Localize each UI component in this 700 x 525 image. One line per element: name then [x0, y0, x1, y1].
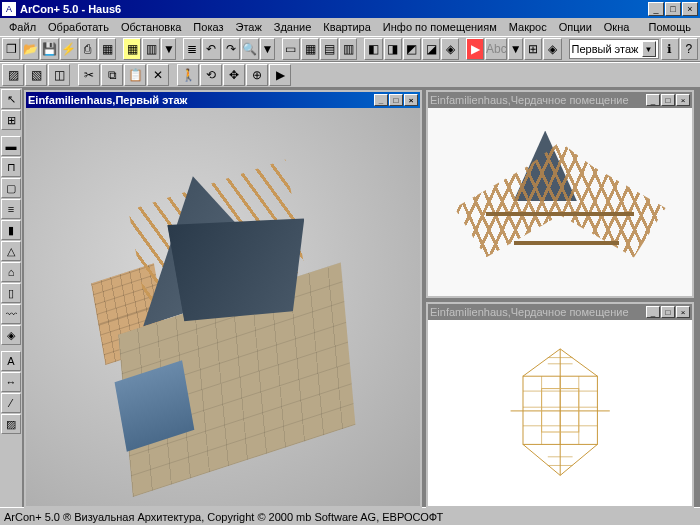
printpreview-button[interactable]: ▦ [98, 38, 116, 60]
child-titlebar-main[interactable]: Einfamilienhaus,Первый этаж _ □ × [26, 92, 420, 108]
menu-furnish[interactable]: Обстановка [116, 20, 186, 34]
child-min-main[interactable]: _ [374, 94, 388, 106]
help-button[interactable]: ℹ [661, 38, 679, 60]
view-1[interactable]: ▭ [282, 38, 300, 60]
iso-5[interactable]: ◈ [441, 38, 459, 60]
play-button[interactable]: ▶ [269, 64, 291, 86]
delete-button[interactable]: ✕ [147, 64, 169, 86]
toggle-a-button[interactable]: ▦ [123, 38, 141, 60]
view-4[interactable]: ▥ [339, 38, 357, 60]
menu-apartment[interactable]: Квартира [318, 20, 376, 34]
child-window-attic3d[interactable]: Einfamilienhaus,Чердачное помещение _ □ … [426, 90, 694, 298]
menu-macro[interactable]: Макрос [504, 20, 552, 34]
column-tool[interactable]: ▮ [1, 220, 21, 240]
walk-button[interactable]: 🚶 [177, 64, 199, 86]
app-icon: A [2, 2, 16, 16]
menu-file[interactable]: Файл [4, 20, 41, 34]
cursor-tool[interactable]: ↖ [1, 89, 21, 109]
iso-4[interactable]: ◪ [422, 38, 440, 60]
tool-y[interactable]: ◈ [543, 38, 561, 60]
toolbar-main: ❐ 📂 💾 ⚡ ⎙ ▦ ▦ ▥ ▼ ≣ ↶ ↷ 🔍 ▼ ▭ ▦ ▤ ▥ ◧ ◨ … [0, 36, 700, 62]
print-button[interactable]: ⎙ [79, 38, 97, 60]
child-titlebar-atticplan[interactable]: Einfamilienhaus,Чердачное помещение _ □ … [428, 304, 692, 320]
text-tool[interactable]: A [1, 351, 21, 371]
roof-tool[interactable]: △ [1, 241, 21, 261]
view-2[interactable]: ▦ [301, 38, 319, 60]
child-titlebar-attic3d[interactable]: Einfamilienhaus,Чердачное помещение _ □ … [428, 92, 692, 108]
t2-b[interactable]: ▧ [25, 64, 47, 86]
iso-1[interactable]: ◧ [364, 38, 382, 60]
menu-help[interactable]: Помощь [644, 20, 697, 34]
menu-view[interactable]: Показ [188, 20, 228, 34]
minimize-button[interactable]: _ [648, 2, 664, 16]
move-button[interactable]: ✥ [223, 64, 245, 86]
terrain-tool[interactable]: 〰 [1, 304, 21, 324]
dropdown-a[interactable]: ▼ [161, 38, 176, 60]
child-max-attic3d[interactable]: □ [661, 94, 675, 106]
statusbar: ArCon+ 5.0 ® Визуальная Архитектура, Cop… [0, 507, 700, 525]
rotate-button[interactable]: ⟲ [200, 64, 222, 86]
viewport-3d-main[interactable] [26, 108, 420, 506]
child-title-atticplan: Einfamilienhaus,Чердачное помещение [430, 306, 629, 318]
viewport-plan-attic[interactable] [428, 320, 692, 506]
iso-2[interactable]: ◨ [384, 38, 402, 60]
child-min-attic3d[interactable]: _ [646, 94, 660, 106]
zoom-button[interactable]: 🔍 [241, 38, 259, 60]
undo-button[interactable]: ↶ [202, 38, 220, 60]
line-tool[interactable]: ∕ [1, 393, 21, 413]
iso-3[interactable]: ◩ [403, 38, 421, 60]
menu-building[interactable]: Здание [269, 20, 317, 34]
layers-button[interactable]: ≣ [183, 38, 201, 60]
open-button[interactable]: 📂 [21, 38, 39, 60]
beam [486, 212, 634, 216]
paste-button[interactable]: 📋 [124, 64, 146, 86]
context-help-button[interactable]: ? [680, 38, 698, 60]
save-button[interactable]: 💾 [40, 38, 58, 60]
child-window-atticplan[interactable]: Einfamilienhaus,Чердачное помещение _ □ … [426, 302, 694, 508]
dropdown-zoom[interactable]: ▼ [260, 38, 275, 60]
copy-button[interactable]: ⧉ [101, 64, 123, 86]
tool-x[interactable]: ⊞ [524, 38, 542, 60]
app-titlebar: A ArCon+ 5.0 - Haus6 _ □ × [0, 0, 700, 18]
child-window-main[interactable]: Einfamilienhaus,Первый этаж _ □ × [24, 90, 422, 508]
target-button[interactable]: ⊕ [246, 64, 268, 86]
view-3[interactable]: ▤ [320, 38, 338, 60]
window-tool[interactable]: ▢ [1, 178, 21, 198]
object-tool[interactable]: ◈ [1, 325, 21, 345]
floor-selector-value: Первый этаж [572, 43, 639, 55]
render-button[interactable]: ▶ [466, 38, 484, 60]
dormer-tool[interactable]: ⌂ [1, 262, 21, 282]
menu-roominfo[interactable]: Инфо по помещениям [378, 20, 502, 34]
t2-c[interactable]: ◫ [48, 64, 70, 86]
cut-button[interactable]: ✂ [78, 64, 100, 86]
t2-a[interactable]: ▨ [2, 64, 24, 86]
menu-windows[interactable]: Окна [599, 20, 635, 34]
maximize-button[interactable]: □ [665, 2, 681, 16]
dim-tool[interactable]: ↔ [1, 372, 21, 392]
child-min-atticplan[interactable]: _ [646, 306, 660, 318]
stair-tool[interactable]: ≡ [1, 199, 21, 219]
chimney-tool[interactable]: ▯ [1, 283, 21, 303]
color-button[interactable]: Abc [485, 38, 507, 60]
menu-edit[interactable]: Обработать [43, 20, 114, 34]
viewport-3d-attic[interactable] [428, 108, 692, 296]
floor-selector[interactable]: Первый этаж ▼ [569, 39, 659, 59]
child-close-main[interactable]: × [404, 94, 418, 106]
child-close-atticplan[interactable]: × [676, 306, 690, 318]
child-max-main[interactable]: □ [389, 94, 403, 106]
menu-floor[interactable]: Этаж [230, 20, 266, 34]
child-title-main: Einfamilienhaus,Первый этаж [28, 94, 187, 106]
wall-tool[interactable]: ▬ [1, 136, 21, 156]
door-tool[interactable]: ⊓ [1, 157, 21, 177]
menu-options[interactable]: Опции [554, 20, 597, 34]
close-button[interactable]: × [682, 2, 698, 16]
child-close-attic3d[interactable]: × [676, 94, 690, 106]
bolt-button[interactable]: ⚡ [60, 38, 78, 60]
toggle-b-button[interactable]: ▥ [142, 38, 160, 60]
child-max-atticplan[interactable]: □ [661, 306, 675, 318]
redo-button[interactable]: ↷ [222, 38, 240, 60]
dropdown-c[interactable]: ▼ [508, 38, 523, 60]
select-tool[interactable]: ⊞ [1, 110, 21, 130]
fill-tool[interactable]: ▨ [1, 414, 21, 434]
new-button[interactable]: ❐ [2, 38, 20, 60]
